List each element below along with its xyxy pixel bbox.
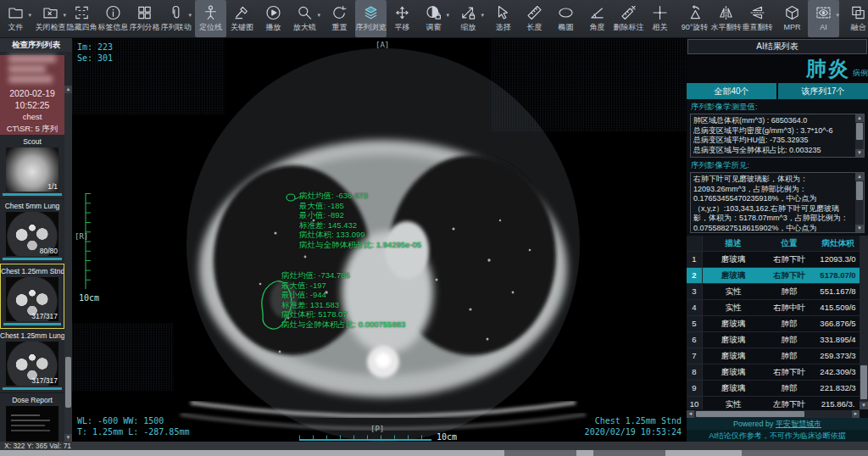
lesion-row-selected[interactable]: 2磨玻璃右肺下叶5178.07/0 — [687, 268, 860, 284]
scroll-left-icon[interactable]: ◄ — [687, 410, 694, 418]
lesion-row[interactable]: 4实性右肺中叶415.509/6 — [687, 300, 860, 316]
lesion-table-header: 描述 位置 病灶体积 — [687, 236, 860, 252]
tab-all-results[interactable]: 全部40个 — [687, 83, 776, 99]
dropdown-caret-icon: ▾ — [836, 12, 839, 19]
diagnosis-banner: 肺炎 病例 — [687, 54, 868, 83]
series-item-chest-125mm-stnd[interactable]: Chest 1.25mm Stnd 317/317 — [0, 264, 64, 329]
toolbar-mpr[interactable]: MPR — [776, 0, 808, 37]
scroll-down-icon[interactable]: ▼ — [860, 402, 868, 409]
scroll-down-icon[interactable]: ▼ — [64, 434, 72, 442]
result-scope-tabs: 全部40个 该序列17个 — [687, 83, 868, 99]
scroll-up-icon[interactable]: ▲ — [855, 173, 864, 181]
scrollbar-thumb[interactable] — [65, 357, 71, 408]
toolbar-rotate-90[interactable]: 90°旋转 — [679, 0, 710, 37]
toolbar-series-browse[interactable]: 序列浏览 — [355, 0, 387, 37]
toolbar-close-exam[interactable]: 关闭检查▾ — [35, 0, 66, 37]
fusion-icon — [849, 3, 867, 23]
toolbar-flip-vertical[interactable]: 垂直翻转 — [742, 0, 773, 37]
series-thumbnail: 1/1 — [6, 406, 58, 442]
magnifier-icon — [296, 3, 314, 23]
lesion-row[interactable]: 10实性左肺下叶215.86/3. — [687, 397, 860, 409]
tab-series-results[interactable]: 该序列17个 — [778, 83, 868, 99]
orientation-anterior: [A] — [376, 40, 389, 51]
image-noise — [72, 323, 174, 391]
roi-annotation-2: 病灶均值: -734.785最大值: -197最小值: -944标准差: 131… — [281, 270, 405, 329]
toolbar-delete-annotation[interactable]: 删除标注 — [613, 0, 644, 37]
series-thumbnail: 1/1 — [6, 147, 58, 192]
rotate-90-icon — [686, 3, 704, 23]
crosshair-icon — [651, 3, 669, 23]
lesion-table: 描述 位置 病灶体积 1磨玻璃右肺下叶12093.3/0 2磨玻璃右肺下叶517… — [687, 236, 868, 409]
lesion-row[interactable]: 5磨玻璃肺部366.876/5 — [687, 316, 860, 332]
lesion-row[interactable]: 1磨玻璃右肺下叶12093.3/0 — [687, 252, 860, 268]
image-noise — [492, 38, 687, 131]
main-toolbar: 文件▾ 关闭检查▾ 隐藏四角 标签信息 序列分格 序列联动▾ 定位线 关键图 播… — [0, 0, 868, 38]
toolbar-file[interactable]: 文件▾ — [0, 0, 31, 37]
toolbar-ellipse[interactable]: 椭圆 — [550, 0, 581, 37]
series-grid-icon — [136, 3, 153, 23]
lesion-row[interactable]: 3实性肺部551.167/8 — [687, 284, 860, 300]
sidebar-scrollbar[interactable]: ▲ ▼ — [64, 86, 72, 442]
toolbar-pan[interactable]: 平移 — [387, 0, 418, 37]
toolbar-key-image[interactable]: 关键图 — [226, 0, 258, 37]
lesion-row[interactable]: 7磨玻璃肺部259.373/3 — [687, 348, 860, 364]
scroll-up-icon[interactable]: ▲ — [64, 86, 72, 93]
toolbar-series-link[interactable]: 序列联动▾ — [160, 0, 192, 37]
toolbar-reset[interactable]: 重置 — [324, 0, 355, 37]
image-count: 317/317 — [31, 376, 58, 385]
toolbar-flip-horizontal[interactable]: 水平翻转 — [710, 0, 742, 37]
column-description: 描述 — [703, 236, 764, 251]
toolbar-tag-info[interactable]: 标签信息 — [97, 0, 129, 37]
vendor-link[interactable]: 平安智慧城市 — [776, 420, 821, 428]
column-volume: 病灶体积 — [815, 236, 860, 251]
scrollbar-thumb[interactable] — [860, 365, 867, 399]
hide-corners-icon — [73, 3, 91, 23]
scrollbar-thumb[interactable] — [856, 181, 863, 200]
toolbar-fusion[interactable]: 融合 — [843, 0, 868, 37]
measurements-box: 肺区域总体积(mm^3) : 6850364.0 总病变区域平均密度(g/mm^… — [690, 114, 865, 158]
lesion-row[interactable]: 8磨玻璃右肺下叶242.309/3 — [687, 364, 860, 381]
series-item-dose-report[interactable]: Dose Report 1/1 — [0, 393, 64, 442]
diagnosis-label: 肺炎 — [806, 55, 850, 82]
toolbar-crosshair[interactable]: 相关 — [644, 0, 676, 37]
scroll-down-icon[interactable]: ▼ — [855, 225, 864, 232]
os-taskbar — [0, 450, 868, 456]
toolbar-magnifier[interactable]: 放大镜▾ — [289, 0, 320, 37]
toolbar-ai[interactable]: AI▾ — [808, 0, 839, 37]
measurements-scrollbar[interactable]: ▲ ▼ — [855, 114, 864, 157]
dropdown-caret-icon: ▾ — [446, 12, 449, 19]
series-item-chest-125mm-lung[interactable]: Chest 1.25mm Lung 317/317 — [0, 329, 64, 393]
scrollbar-thumb[interactable] — [696, 411, 804, 417]
toolbar-select[interactable]: 选择 — [487, 0, 519, 37]
series-item-scout[interactable]: Scout 1/1 — [0, 135, 64, 199]
series-progress-bar — [3, 323, 61, 325]
lesion-row[interactable]: 6磨玻璃肺部331.895/4 — [687, 332, 860, 348]
findings-scrollbar[interactable]: ▲ ▼ — [855, 173, 864, 232]
lesion-row[interactable]: 9磨玻璃肺部221.832/3 — [687, 381, 860, 397]
toolbar-play[interactable]: 播放 — [258, 0, 289, 37]
angle-icon — [588, 3, 606, 23]
toolbar-locator-line[interactable]: 定位线 — [195, 0, 226, 37]
scroll-right-icon[interactable]: ► — [852, 410, 860, 418]
zoom-scale-icon — [459, 3, 477, 23]
ai-results-panel: AI结果列表 肺炎 病例 全部40个 该序列17个 序列影像学测量值: 肺区域总… — [687, 38, 868, 442]
flip-vertical-icon — [748, 3, 766, 23]
column-location: 位置 — [764, 236, 815, 251]
mpr-cube-icon — [783, 3, 801, 23]
ct-viewport[interactable]: Im: 223Se: 301 [A] [R] [P] 10cm 10cm WL:… — [72, 38, 687, 442]
toolbar-zoom-scale[interactable]: 缩放▾ — [453, 0, 484, 37]
patient-info-card: 2020-02-19 10:52:25 chest CT\SR: 5 序列 — [0, 55, 64, 135]
toolbar-series-grid[interactable]: 序列分格 — [129, 0, 160, 37]
toolbar-length[interactable]: 长度 — [519, 0, 550, 37]
scroll-up-icon[interactable]: ▲ — [855, 114, 864, 122]
series-item-chest-5mm-lung[interactable]: Chest 5mm Lung 80/80 — [0, 199, 64, 264]
scroll-down-icon[interactable]: ▼ — [855, 149, 864, 157]
scrollbar-thumb[interactable] — [856, 123, 863, 140]
toolbar-angle[interactable]: 角度 — [581, 0, 613, 37]
lesion-table-hscrollbar[interactable]: ◄ ► — [687, 410, 860, 418]
toolbar-window-level[interactable]: 调窗▾ — [418, 0, 449, 37]
toolbar-hide-corners[interactable]: 隐藏四角 — [66, 0, 97, 37]
lesion-table-scrollbar[interactable]: ▼ — [860, 236, 868, 409]
series-sidebar: 检查序列列表 2020-02-19 10:52:25 chest CT\SR: … — [0, 38, 72, 442]
taskbar-segment — [742, 450, 868, 456]
